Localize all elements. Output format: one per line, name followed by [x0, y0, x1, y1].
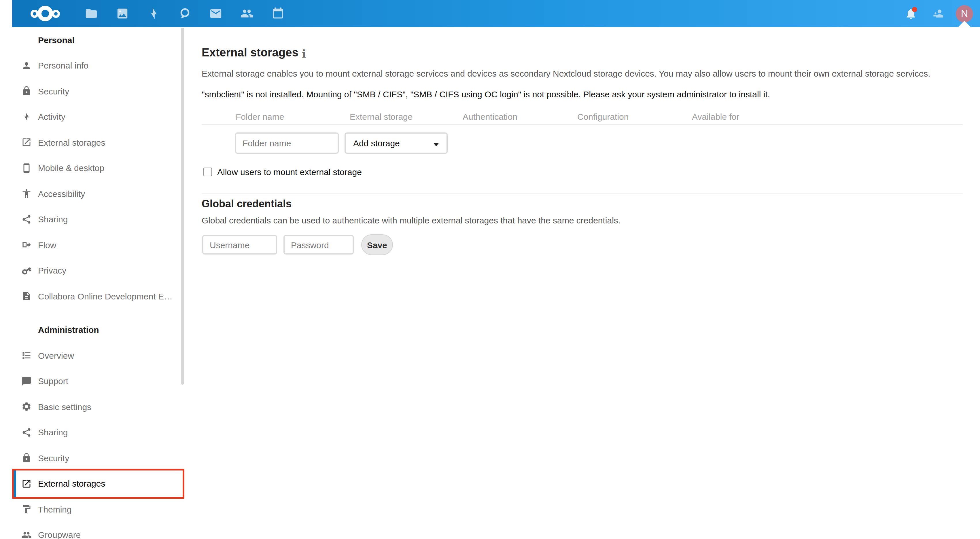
user-icon	[21, 60, 32, 71]
global-credentials-title: Global credentials	[202, 198, 291, 210]
table-header-divider	[202, 124, 963, 125]
sidebar-item-external-storages[interactable]: External storages	[12, 130, 185, 155]
notification-dot	[912, 7, 917, 12]
sidebar-section-administration: Administration	[12, 317, 185, 343]
settings-sidebar: PersonalPersonal infoSecurityActivityExt…	[12, 27, 185, 539]
sidebar-item-label: Security	[38, 86, 69, 96]
sidebar-item-label: Mobile & desktop	[38, 163, 104, 173]
contacts-menu-icon[interactable]	[924, 0, 951, 27]
mail-app-icon[interactable]	[200, 0, 231, 27]
allow-users-checkbox[interactable]	[204, 168, 212, 176]
section-divider	[202, 194, 963, 194]
sidebar-nav: PersonalPersonal infoSecurityActivityExt…	[12, 27, 185, 539]
gear-icon	[21, 402, 32, 412]
sidebar-item-label: Theming	[38, 504, 72, 514]
username-input[interactable]	[202, 235, 277, 254]
photos-app-icon[interactable]	[107, 0, 138, 27]
add-storage-label: Add storage	[353, 138, 400, 148]
column-header-external-storage: External storage	[350, 112, 412, 121]
sidebar-item-label: Groupware	[38, 530, 81, 539]
share-icon	[21, 427, 32, 438]
column-header-configuration: Configuration	[577, 112, 628, 121]
column-header-authentication: Authentication	[463, 112, 517, 121]
sidebar-item-security-admin[interactable]: Security	[12, 445, 185, 471]
files-app-icon[interactable]	[75, 0, 107, 27]
phone-icon	[21, 163, 32, 173]
sidebar-item-privacy[interactable]: Privacy	[12, 258, 185, 283]
sidebar-item-label: Sharing	[38, 428, 68, 437]
sidebar-item-label: Privacy	[38, 266, 66, 275]
contacts-app-icon[interactable]	[231, 0, 262, 27]
activity-app-icon[interactable]	[138, 0, 169, 27]
sidebar-item-label: Basic settings	[38, 402, 91, 412]
sidebar-item-theming-admin[interactable]: Theming	[12, 496, 185, 522]
sidebar-item-label: Activity	[38, 112, 65, 122]
column-header-available-for: Available for	[692, 112, 740, 121]
flow-icon	[21, 240, 32, 250]
folder-name-input[interactable]	[235, 132, 339, 154]
sidebar-item-sharing-admin[interactable]: Sharing	[12, 420, 185, 445]
bolt-icon	[21, 112, 32, 122]
accessibility-icon	[21, 189, 32, 199]
page-title: External storages	[202, 46, 298, 59]
roller-icon	[21, 504, 32, 515]
add-storage-select[interactable]: Add storage	[345, 132, 448, 154]
share-icon	[21, 214, 32, 224]
nextcloud-settings-page: N PersonalPersonal infoSecurityActivityE…	[0, 0, 980, 539]
notifications-bell-icon[interactable]	[897, 0, 924, 27]
sidebar-item-support-admin[interactable]: Support	[12, 368, 185, 394]
avatar-caret	[958, 21, 971, 27]
calendar-app-icon[interactable]	[262, 0, 293, 27]
sidebar-item-label: Accessibility	[38, 189, 85, 199]
main-content: External storages i External storage ena…	[185, 27, 980, 539]
sidebar-item-label: External storages	[38, 479, 105, 489]
column-header-folder-name: Folder name	[235, 112, 284, 121]
smbclient-warning-text: "smbclient" is not installed. Mounting o…	[202, 89, 770, 99]
top-bar: N	[12, 0, 980, 27]
allow-users-checkbox-label: Allow users to mount external storage	[217, 167, 362, 177]
talk-app-icon[interactable]	[169, 0, 200, 27]
lock-icon	[21, 453, 32, 463]
key-icon	[21, 266, 32, 276]
sidebar-item-mobile-desktop[interactable]: Mobile & desktop	[12, 155, 185, 181]
people-icon	[21, 530, 32, 539]
user-avatar[interactable]: N	[956, 5, 973, 22]
app-menu	[75, 0, 293, 27]
list-icon	[21, 350, 32, 361]
chevron-down-icon	[433, 143, 439, 146]
sidebar-item-label: Security	[38, 453, 69, 463]
sidebar-section-personal: Personal	[12, 27, 185, 53]
intro-text: External storage enables you to mount ex…	[202, 68, 931, 78]
sidebar-item-groupware-admin[interactable]: Groupware	[12, 522, 185, 539]
sidebar-item-security[interactable]: Security	[12, 78, 185, 104]
comment-icon	[21, 376, 32, 386]
external-icon	[21, 137, 32, 148]
sidebar-item-label: External storages	[38, 138, 105, 148]
save-button[interactable]: Save	[361, 234, 393, 255]
sidebar-item-label: Overview	[38, 351, 74, 361]
nextcloud-logo-icon[interactable]	[30, 5, 60, 22]
sidebar-item-sharing[interactable]: Sharing	[12, 207, 185, 232]
sidebar-item-external-storages-admin[interactable]: External storages	[12, 471, 185, 496]
sidebar-item-label: Collabora Online Development Edit...	[38, 291, 176, 301]
lock-icon	[21, 86, 32, 97]
external-icon	[21, 479, 32, 489]
sidebar-item-collabora-online-development-edit[interactable]: Collabora Online Development Edit...	[12, 283, 185, 309]
sidebar-item-label: Support	[38, 376, 68, 386]
sidebar-item-flow[interactable]: Flow	[12, 232, 185, 258]
sidebar-item-label: Sharing	[38, 215, 68, 224]
sidebar-item-accessibility[interactable]: Accessibility	[12, 181, 185, 207]
sidebar-item-basic-settings-admin[interactable]: Basic settings	[12, 394, 185, 420]
info-icon[interactable]: i	[302, 47, 306, 60]
sidebar-item-label: Personal info	[38, 61, 88, 70]
password-input[interactable]	[283, 235, 354, 254]
sidebar-item-personal-info[interactable]: Personal info	[12, 53, 185, 78]
sidebar-item-activity[interactable]: Activity	[12, 104, 185, 130]
sidebar-item-overview-admin[interactable]: Overview	[12, 343, 185, 368]
global-credentials-description: Global credentials can be used to authen…	[202, 215, 620, 225]
document-icon	[21, 291, 32, 302]
sidebar-scrollbar[interactable]	[181, 28, 185, 385]
sidebar-item-label: Flow	[38, 240, 56, 250]
